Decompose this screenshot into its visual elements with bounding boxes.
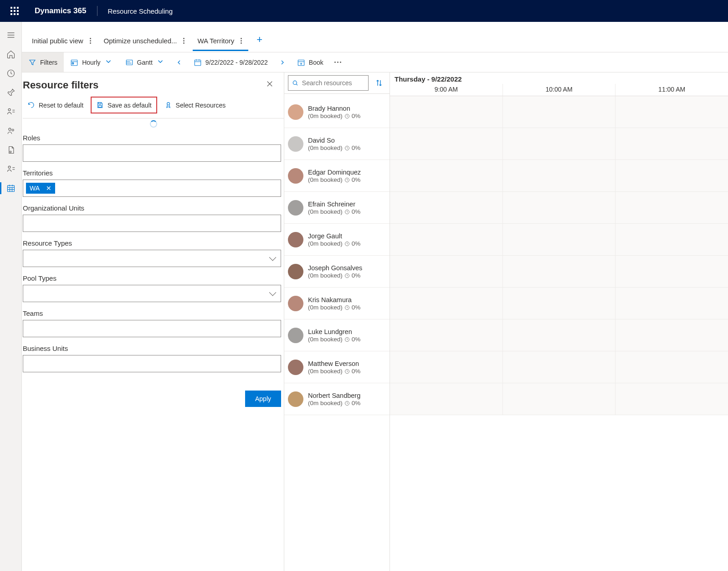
resource-row[interactable]: David So(0m booked) 0% xyxy=(284,128,390,160)
timeline-row[interactable] xyxy=(390,128,728,160)
resource-types-dropdown[interactable] xyxy=(23,250,281,267)
nav-collapse-button[interactable] xyxy=(0,26,22,45)
timeline-cell[interactable] xyxy=(502,128,615,159)
territory-chip[interactable]: WA ✕ xyxy=(26,183,55,194)
apply-button[interactable]: Apply xyxy=(245,391,281,407)
timeline-cell[interactable] xyxy=(502,319,615,351)
view-tab[interactable]: WA Territory xyxy=(193,32,248,51)
resource-row[interactable]: Jorge Gault(0m booked) 0% xyxy=(284,224,390,256)
layout-dropdown[interactable]: Gantt xyxy=(119,52,171,72)
timeline-row[interactable] xyxy=(390,96,728,128)
timeline-row[interactable] xyxy=(390,256,728,288)
view-tab[interactable]: Optimize unscheduled... xyxy=(99,32,191,51)
resource-row[interactable]: Norbert Sandberg(0m booked) 0% xyxy=(284,383,390,415)
reset-default-button[interactable]: Reset to default xyxy=(23,98,88,113)
timeline-cell[interactable] xyxy=(502,224,615,255)
resource-row[interactable]: Kris Nakamura(0m booked) 0% xyxy=(284,288,390,319)
resource-row[interactable]: Matthew Everson(0m booked) 0% xyxy=(284,351,390,383)
nav-home[interactable] xyxy=(0,45,22,64)
nav-pinned[interactable] xyxy=(0,83,22,102)
timeline-cell[interactable] xyxy=(615,192,728,223)
resource-subtitle: (0m booked) 0% xyxy=(308,272,362,279)
timeline-cell[interactable] xyxy=(615,351,728,383)
timeline-cell[interactable] xyxy=(502,192,615,223)
timeline-row[interactable] xyxy=(390,288,728,319)
sort-resources-button[interactable] xyxy=(372,76,386,90)
timeline-row[interactable] xyxy=(390,383,728,415)
timeline-row[interactable] xyxy=(390,351,728,383)
nav-recent[interactable] xyxy=(0,64,22,83)
timeline-cell[interactable] xyxy=(390,256,502,287)
more-actions-button[interactable] xyxy=(330,62,346,63)
timeline-cell[interactable] xyxy=(502,160,615,191)
select-resources-button[interactable]: Select Resources xyxy=(160,98,231,113)
close-panel-button[interactable] xyxy=(262,78,277,92)
resource-row[interactable]: Joseph Gonsalves(0m booked) 0% xyxy=(284,256,390,288)
timeline-cell[interactable] xyxy=(390,351,502,383)
timeline-cell[interactable] xyxy=(502,288,615,319)
timeline-row[interactable] xyxy=(390,192,728,224)
timeline-cell[interactable] xyxy=(390,319,502,351)
chip-remove-icon[interactable]: ✕ xyxy=(46,185,51,192)
search-field[interactable] xyxy=(302,79,364,87)
view-mode-dropdown[interactable]: Hourly xyxy=(64,52,118,72)
view-tab[interactable]: Initial public view xyxy=(27,32,97,51)
next-date-button[interactable] xyxy=(274,59,291,66)
nav-people-list[interactable] xyxy=(0,102,22,121)
prev-date-button[interactable] xyxy=(171,59,187,66)
timeline-cell[interactable] xyxy=(502,256,615,287)
teams-input[interactable] xyxy=(23,320,281,337)
timeline-cell[interactable] xyxy=(390,160,502,191)
resource-search-input[interactable] xyxy=(288,75,369,91)
timeline-cell[interactable] xyxy=(390,128,502,159)
avatar xyxy=(288,168,303,184)
timeline-cell[interactable] xyxy=(615,96,728,128)
tab-more-button[interactable] xyxy=(181,37,186,45)
date-range-picker[interactable]: 9/22/2022 - 9/28/2022 xyxy=(187,52,274,72)
business-units-input[interactable] xyxy=(23,355,281,372)
pool-types-label: Pool Types xyxy=(23,274,281,282)
filter-panel-title: Resource filters xyxy=(23,79,98,91)
timeline-cell[interactable] xyxy=(502,383,615,415)
nav-document[interactable] xyxy=(0,140,22,159)
timeline-cell[interactable] xyxy=(615,256,728,287)
svg-rect-36 xyxy=(99,105,102,107)
timeline-row[interactable] xyxy=(390,160,728,192)
resource-row[interactable]: Efrain Schreiner(0m booked) 0% xyxy=(284,192,390,224)
resource-row[interactable]: Luke Lundgren(0m booked) 0% xyxy=(284,319,390,351)
book-button[interactable]: Book xyxy=(291,52,330,72)
timeline-cell[interactable] xyxy=(390,224,502,255)
resource-name: Jorge Gault xyxy=(308,232,360,241)
timeline-cell[interactable] xyxy=(615,288,728,319)
timeline-cell[interactable] xyxy=(390,288,502,319)
chip-label: WA xyxy=(30,185,40,192)
timeline-cell[interactable] xyxy=(390,383,502,415)
timeline-cell[interactable] xyxy=(615,224,728,255)
resource-row[interactable]: Edgar Dominquez(0m booked) 0% xyxy=(284,160,390,192)
timeline-row[interactable] xyxy=(390,319,728,351)
pool-types-dropdown[interactable] xyxy=(23,285,281,302)
nav-schedule-board[interactable] xyxy=(0,179,22,198)
tab-more-button[interactable] xyxy=(239,37,244,45)
timeline-cell[interactable] xyxy=(615,383,728,415)
timeline-cell[interactable] xyxy=(615,319,728,351)
save-default-button[interactable]: Save as default xyxy=(91,97,157,113)
timeline-cell[interactable] xyxy=(390,96,502,128)
timeline-row[interactable] xyxy=(390,224,728,256)
nav-resources[interactable] xyxy=(0,121,22,140)
org-units-input[interactable] xyxy=(23,215,281,232)
timeline-cell[interactable] xyxy=(502,351,615,383)
roles-input[interactable] xyxy=(23,144,281,162)
timeline-cell[interactable] xyxy=(502,96,615,128)
filters-button[interactable]: Filters xyxy=(22,52,64,72)
territories-input[interactable]: WA ✕ xyxy=(23,180,281,197)
resource-row[interactable]: Brady Hannon(0m booked) 0% xyxy=(284,96,390,128)
timeline-cell[interactable] xyxy=(615,128,728,159)
timeline-cell[interactable] xyxy=(390,192,502,223)
timeline-cell[interactable] xyxy=(615,160,728,191)
add-tab-button[interactable]: + xyxy=(250,31,269,52)
app-launcher-button[interactable] xyxy=(4,0,26,22)
resource-subtitle: (0m booked) 0% xyxy=(308,240,360,247)
tab-more-button[interactable] xyxy=(88,37,93,45)
nav-people-list-2[interactable] xyxy=(0,159,22,179)
